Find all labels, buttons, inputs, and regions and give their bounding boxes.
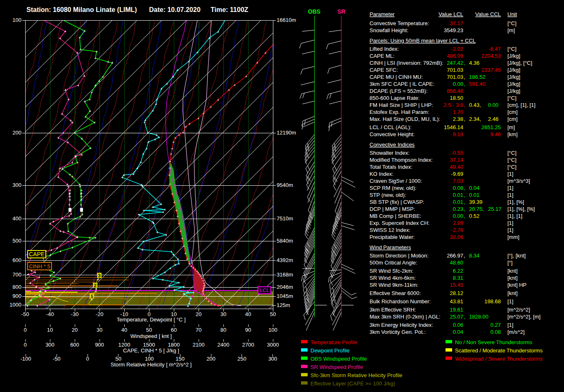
svg-text:1500: 1500 — [143, 342, 155, 348]
svg-text:[°C]: [°C] — [507, 157, 517, 163]
svg-text:198.68: 198.68 — [484, 298, 501, 305]
svg-text:[J/kg]: [J/kg] — [507, 67, 520, 73]
svg-text:Effective Layer (CAPE >= 100 J: Effective Layer (CAPE >= 100 J/kg) — [310, 380, 395, 387]
svg-text:856.46: 856.46 — [447, 88, 463, 94]
svg-text:3000: 3000 — [267, 342, 279, 348]
svg-text:[cm], [1], [1]: [cm], [1], [1] — [507, 102, 536, 108]
svg-text:[knt]: [knt] — [507, 275, 518, 281]
svg-text:-40: -40 — [46, 311, 54, 317]
svg-text:SR Windspeed Profile: SR Windspeed Profile — [310, 364, 363, 370]
svg-text:3168m: 3168m — [277, 272, 293, 278]
svg-text:37.17: 37.17 — [450, 20, 463, 26]
svg-text:0.01: 0.01 — [453, 199, 463, 205]
svg-text:20: 20 — [72, 327, 78, 333]
svg-text:[knt]: [knt] — [507, 290, 518, 296]
svg-text:-20: -20 — [96, 311, 104, 317]
svg-text:701.03: 701.03 — [447, 74, 463, 80]
svg-text:0.23: 0.23 — [453, 206, 463, 212]
svg-text:50: 50 — [270, 311, 276, 317]
svg-text:-50: -50 — [21, 311, 29, 317]
svg-text:[m]: [m] — [507, 27, 515, 33]
svg-text:[m]: [m] — [507, 124, 515, 130]
svg-text:[cm]: [cm] — [507, 109, 518, 115]
svg-text:247.42: 247.42 — [447, 60, 463, 66]
svg-text:Max. Hail Size (OLD, MU, IL):: Max. Hail Size (OLD, MU, IL): — [370, 116, 440, 122]
svg-text:4392m: 4392m — [277, 257, 293, 263]
svg-text:3549.23: 3549.23 — [444, 27, 463, 33]
svg-text:-6.47: -6.47 — [488, 46, 501, 52]
svg-text:Storm Direction | Motion:: Storm Direction | Motion: — [370, 253, 429, 259]
svg-text:-30: -30 — [71, 311, 79, 317]
svg-text:SCP RM (new, old):: SCP RM (new, old): — [370, 185, 417, 191]
svg-text:Widespread / Severe Thundersto: Widespread / Severe Thunderstorms — [455, 356, 543, 362]
svg-text:600: 600 — [70, 342, 79, 348]
svg-text:SB STP (fix) | CWASP:: SB STP (fix) | CWASP: — [370, 199, 424, 205]
svg-text:[1], [1]: [1], [1] — [507, 213, 522, 219]
svg-text:2100: 2100 — [193, 342, 205, 348]
svg-text:,20.75,25.17: ,20.75,25.17 — [464, 206, 502, 212]
svg-text:30: 30 — [97, 327, 102, 333]
svg-text:[1], [%], [%]: [1], [%], [%] — [507, 206, 535, 212]
svg-text:LCL: LCL — [260, 287, 270, 293]
svg-text:7.03: 7.03 — [453, 178, 463, 184]
svg-text:0.08: 0.08 — [491, 329, 501, 335]
svg-text:2.38: 2.38 — [453, 116, 463, 122]
svg-text:[m^2/s^2], [m]: [m^2/s^2], [m] — [507, 314, 540, 320]
svg-text:Craven SigSvr / 1000:: Craven SigSvr / 1000: — [370, 178, 422, 184]
svg-text:90: 90 — [245, 327, 251, 333]
svg-text:[1]: [1] — [507, 185, 513, 191]
svg-text:Lifted Index:: Lifted Index: — [370, 46, 399, 52]
svg-text:-9.69: -9.69 — [451, 171, 463, 177]
svg-text:Bulk Richardson Number:: Bulk Richardson Number: — [370, 298, 431, 305]
svg-text:Unit: Unit — [507, 11, 517, 17]
svg-text:Windspeed [ knt ]: Windspeed [ knt ] — [130, 333, 172, 339]
svg-text:16610m: 16610m — [277, 17, 296, 23]
svg-text:43.81: 43.81 — [450, 298, 463, 305]
svg-text:2651.25: 2651.25 — [481, 124, 501, 130]
svg-text:Station: 16080 Milano Linate (: Station: 16080 Milano Linate (LIML) — [26, 6, 137, 13]
svg-text:1800: 1800 — [168, 342, 180, 348]
svg-text:Temperature Profile: Temperature Profile — [310, 339, 357, 345]
svg-text:900: 900 — [95, 342, 104, 348]
svg-text:20: 20 — [196, 311, 201, 317]
svg-text:[1]: [1] — [507, 322, 513, 328]
svg-text:Dewpoint Profile: Dewpoint Profile — [310, 347, 350, 354]
svg-text:MB Comp | SHERBE:: MB Comp | SHERBE: — [370, 213, 421, 219]
svg-text:CAPE SFC:: CAPE SFC: — [370, 67, 398, 73]
svg-text:0.27: 0.27 — [491, 322, 501, 328]
svg-text:28.12: 28.12 — [450, 290, 463, 296]
svg-text:DCAPE (LFS = 552mB):: DCAPE (LFS = 552mB): — [370, 88, 428, 94]
svg-text:2700: 2700 — [242, 342, 254, 348]
svg-text:[1], [%]: [1], [%] — [507, 199, 524, 205]
svg-text:60: 60 — [171, 327, 177, 333]
svg-text:CAPE, CINH * 5 [ J/kg ]: CAPE, CINH * 5 [ J/kg ] — [123, 347, 179, 354]
svg-text:SR Wind 4km-6km:: SR Wind 4km-6km: — [370, 275, 416, 281]
svg-text:-100: -100 — [20, 356, 31, 362]
svg-text:[knt]: [knt] — [507, 268, 518, 274]
svg-text:[J/kg]: [J/kg] — [507, 81, 520, 87]
svg-text:6.22: 6.22 — [453, 268, 463, 274]
svg-text:[°C]: [°C] — [507, 46, 517, 52]
svg-text:Wind Parameters: Wind Parameters — [370, 244, 411, 250]
svg-text:2: 2 — [94, 283, 96, 288]
svg-text:Modified Thompson Index:: Modified Thompson Index: — [370, 157, 433, 163]
svg-text:486.09: 486.09 — [447, 53, 463, 59]
svg-text:Max 3km SRH (0-2km) | AGL:: Max 3km SRH (0-2km) | AGL: — [370, 314, 441, 320]
svg-text:Time: 1100Z: Time: 1100Z — [211, 6, 249, 13]
svg-text:25.07: 25.07 — [450, 314, 463, 320]
svg-text:[1]: [1] — [507, 220, 513, 226]
svg-text:Convective Temperature:: Convective Temperature: — [370, 20, 429, 26]
svg-text:OBS Windspeed Profile: OBS Windspeed Profile — [310, 356, 367, 362]
svg-text:FM Hail Size | SHIP | LHP:: FM Hail Size | SHIP | LHP: — [370, 102, 433, 108]
svg-text:2.5 - 3.8: 2.5 - 3.8 — [443, 102, 463, 108]
svg-text:300: 300 — [45, 342, 55, 348]
svg-text:100: 100 — [145, 356, 154, 362]
svg-text:0.01: 0.01 — [453, 192, 463, 198]
svg-text:250: 250 — [237, 356, 246, 362]
svg-text:SR Wind 9km-11km:: SR Wind 9km-11km: — [370, 282, 418, 288]
svg-text:-50: -50 — [53, 356, 61, 362]
svg-text:[mm]: [mm] — [507, 234, 519, 240]
svg-text:Convective Indices: Convective Indices — [370, 142, 415, 148]
svg-text:[m^2/s^2]: [m^2/s^2] — [507, 307, 530, 313]
svg-text:1546.14: 1546.14 — [444, 124, 463, 130]
